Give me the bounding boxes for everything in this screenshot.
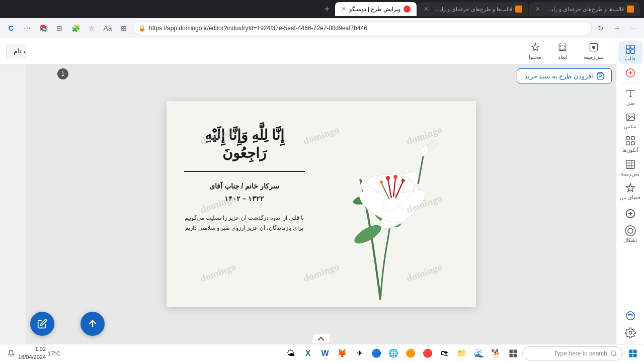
url-text: https://app.domingo.ir/editor?industryId… (149, 25, 586, 32)
tab-2-label: قالب‌ها و طرح‌های حرفه‌ای و رایگان (432, 6, 512, 13)
svg-point-21 (352, 222, 384, 247)
add-cart-label: افزودن طرح به سبد خرید (524, 72, 593, 80)
svg-point-40 (389, 193, 391, 194)
sidebar-item-ai[interactable] (618, 308, 642, 324)
taskbar-weather[interactable]: 🌤 (283, 345, 299, 361)
more-button[interactable]: ⋯ (20, 21, 34, 35)
svg-rect-42 (629, 349, 633, 353)
copilot-button[interactable]: C (4, 21, 18, 35)
start-button[interactable] (624, 346, 642, 360)
separator-line (184, 171, 305, 172)
top-toolbar: پس‌زمینه ابعاد محتوا (26, 38, 616, 64)
tab-1[interactable]: قالب‌ها و طرح‌های حرفه‌ای و رایگان ✕ (529, 2, 640, 16)
forward-button[interactable]: → (610, 21, 624, 35)
background-sidebar-label: پس‌زمینه (621, 171, 639, 176)
taskbar-firefox[interactable]: 🦊 (334, 345, 350, 361)
svg-rect-10 (626, 137, 629, 140)
favorites-button[interactable]: ☆ (85, 21, 99, 35)
svg-point-20 (629, 331, 632, 334)
add-app-button[interactable]: ⊞ (117, 21, 131, 35)
svg-rect-6 (630, 50, 634, 53)
clock-time: 1:02 (18, 345, 46, 353)
canvas[interactable]: domingo domingo domingo domingo domingo … (167, 101, 476, 307)
tab-2[interactable]: قالب‌ها و طرح‌های حرفه‌ای و رایگان ✕ (418, 2, 528, 16)
tab-1-close[interactable]: ✕ (535, 6, 540, 13)
clock-date: 18/04/2024 (18, 353, 46, 361)
taskbar-app1[interactable]: 🔴 (420, 345, 436, 361)
notification-button[interactable] (6, 348, 16, 358)
svg-point-19 (631, 314, 632, 315)
svg-point-37 (380, 180, 383, 184)
dimensions-tool[interactable]: ابعاد (553, 40, 572, 62)
split-button[interactable]: ⊟ (52, 21, 66, 35)
taskbar-folder[interactable]: 📁 (454, 345, 470, 361)
svg-point-35 (401, 179, 405, 183)
task-view-icon (509, 349, 518, 358)
new-tab-button[interactable]: + (320, 2, 334, 16)
taskbar-excel[interactable]: X (300, 345, 316, 361)
sidebar-item-shapes[interactable]: اشکال (618, 223, 642, 245)
back-button[interactable]: ← (626, 21, 640, 35)
extensions-button[interactable]: 🧩 (68, 21, 83, 35)
tab-3[interactable]: ویرایش طرح | دومینگو ✕ (335, 2, 417, 16)
sidebar-item-background[interactable]: پس‌زمینه (618, 156, 642, 179)
tab-bar: قالب‌ها و طرح‌های حرفه‌ای و رایگان ✕ قال… (0, 0, 644, 18)
arabic-calligraphy-text: إِنَّا لِلَّهِ وَإِنَّا إِلَيْهِ رَاجِعُ… (184, 126, 305, 163)
taskbar-task-view[interactable] (505, 345, 521, 361)
taskbar-telegram[interactable]: ✈ (351, 345, 367, 361)
settings-sidebar-icon (625, 327, 636, 338)
reader-mode-button[interactable]: Aa (101, 21, 115, 35)
sidebar-item-settings[interactable] (618, 325, 642, 341)
fab-button[interactable] (80, 312, 105, 336)
sidebar-item-template[interactable]: قالب (618, 41, 642, 64)
svg-rect-47 (510, 349, 513, 353)
sidebar-item-text[interactable]: متن (618, 85, 642, 108)
svg-rect-5 (626, 50, 629, 53)
secure-icon: 🔒 (138, 25, 146, 32)
photo-icon (625, 112, 636, 123)
svg-point-31 (386, 176, 390, 180)
notification-icon (8, 350, 15, 357)
canvas-area: 1 افزودن طرح به سبد خرید domingo domingo… (26, 64, 616, 344)
temperature: 17°C (48, 350, 60, 356)
right-sidebar: قالب متن عکس آیکون‌ها پس‌زمینه فضای من ا… (616, 38, 644, 344)
taskbar-search[interactable]: Type here to search (522, 346, 623, 360)
myspace-label: فضای من (620, 195, 640, 200)
browser-controls: ← → ↻ 🔒 https://app.domingo.ir/editor?in… (0, 18, 644, 38)
taskbar-app3[interactable]: 🔵 (368, 345, 384, 361)
windows-icon (628, 349, 637, 358)
search-icon (610, 350, 617, 357)
sidebar-item-extra[interactable] (618, 65, 642, 81)
svg-rect-14 (626, 160, 634, 169)
sidebar-item-add[interactable] (618, 206, 642, 222)
taskbar-gimp[interactable]: 🐕 (488, 345, 504, 361)
taskbar-chrome[interactable]: 🌐 (385, 345, 401, 361)
tab-3-close[interactable]: ✕ (341, 6, 346, 13)
svg-rect-4 (630, 45, 634, 49)
taskbar-store[interactable]: 🛍 (437, 345, 453, 361)
refresh-button[interactable]: ↻ (594, 21, 608, 35)
background-tool[interactable]: پس‌زمینه (580, 40, 608, 62)
collapse-panel-button[interactable] (312, 334, 330, 344)
address-bar[interactable]: 🔒 https://app.domingo.ir/editor?industry… (133, 21, 592, 35)
sidebar-item-photo[interactable]: عکس (618, 109, 642, 132)
collections-button[interactable]: 📚 (36, 21, 50, 35)
sidebar-item-icons[interactable]: آیکون‌ها (618, 133, 642, 155)
taskbar-app2[interactable]: 🟠 (403, 345, 419, 361)
add-to-cart-button[interactable]: افزودن طرح به سبد خرید (517, 68, 612, 83)
info-badge[interactable]: 1 (57, 68, 68, 79)
tab-2-close[interactable]: ✕ (424, 6, 429, 13)
content-icon (530, 42, 540, 52)
taskbar-word[interactable]: W (317, 345, 333, 361)
system-tray: 17°C 1:02 18/04/2024 (2, 345, 64, 361)
svg-point-9 (628, 116, 629, 117)
sidebar-item-myspace[interactable]: فضای من (618, 180, 642, 203)
chevron-up-icon (317, 336, 325, 341)
svg-point-18 (628, 314, 629, 315)
content-tool[interactable]: محتوا (525, 40, 545, 62)
svg-rect-45 (633, 353, 637, 357)
icons-icon (625, 135, 636, 146)
taskbar-edge[interactable]: 🌊 (471, 345, 487, 361)
fab-edit-button[interactable] (30, 312, 54, 336)
svg-point-17 (626, 312, 634, 320)
